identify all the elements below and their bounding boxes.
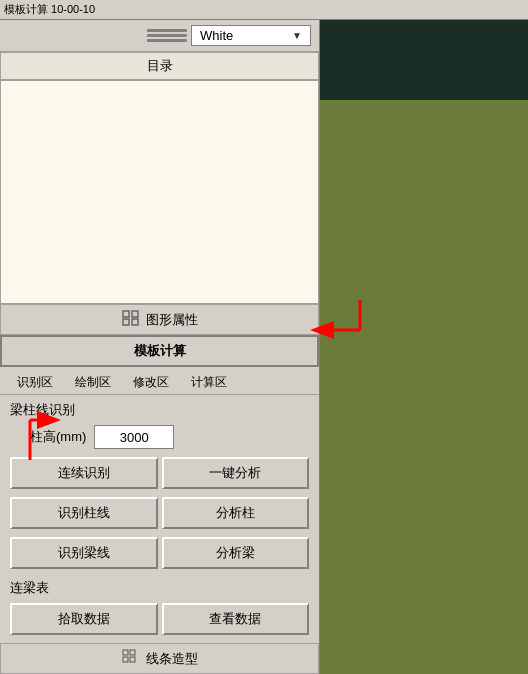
identify-beam-line-button[interactable]: 识别梁线 bbox=[10, 537, 158, 569]
svg-rect-6 bbox=[123, 657, 128, 662]
toolbar-line-3 bbox=[147, 39, 187, 42]
graphic-props-label: 图形属性 bbox=[146, 311, 198, 329]
col-height-input[interactable] bbox=[94, 425, 174, 449]
white-dropdown[interactable]: White ▼ bbox=[191, 25, 311, 46]
analyze-col-button[interactable]: 分析柱 bbox=[162, 497, 310, 529]
analyze-beam-button[interactable]: 分析梁 bbox=[162, 537, 310, 569]
right-dark-area bbox=[320, 20, 528, 100]
svg-rect-0 bbox=[123, 311, 129, 317]
toolbar-lines-icon bbox=[147, 29, 187, 42]
svg-rect-1 bbox=[132, 311, 138, 317]
right-panel bbox=[320, 20, 528, 674]
toolbar-line-2 bbox=[147, 34, 187, 37]
toolbar-row: White ▼ bbox=[0, 20, 319, 52]
tabs-row: 识别区 绘制区 修改区 计算区 bbox=[0, 367, 319, 395]
beam-table-section-label: 连梁表 bbox=[0, 573, 319, 599]
svg-rect-7 bbox=[130, 657, 135, 662]
view-data-button[interactable]: 查看数据 bbox=[162, 603, 310, 635]
grid-icon bbox=[122, 649, 138, 668]
buttons-row-3: 识别梁线 分析梁 bbox=[0, 533, 319, 573]
graphic-icon bbox=[122, 310, 140, 329]
tab-modify-area[interactable]: 修改区 bbox=[124, 371, 178, 394]
pick-data-button[interactable]: 拾取数据 bbox=[10, 603, 158, 635]
tab-calc-area[interactable]: 计算区 bbox=[182, 371, 236, 394]
col-height-label: 柱高(mm) bbox=[30, 428, 86, 446]
continuous-identify-button[interactable]: 连续识别 bbox=[10, 457, 158, 489]
right-olive-area bbox=[320, 100, 528, 674]
svg-rect-4 bbox=[123, 650, 128, 655]
catalog-content-area bbox=[0, 80, 319, 304]
buttons-row-2: 识别柱线 分析柱 bbox=[0, 493, 319, 533]
column-height-row: 柱高(mm) bbox=[0, 421, 319, 453]
tab-identify-area[interactable]: 识别区 bbox=[8, 371, 62, 394]
chevron-down-icon: ▼ bbox=[292, 30, 302, 41]
svg-rect-5 bbox=[130, 650, 135, 655]
beam-col-section-label: 梁柱线识别 bbox=[0, 395, 319, 421]
beam-table-buttons: 拾取数据 查看数据 bbox=[0, 599, 319, 639]
svg-rect-2 bbox=[123, 319, 129, 325]
title-text: 模板计算 10-00-10 bbox=[4, 2, 95, 17]
dropdown-value: White bbox=[200, 28, 233, 43]
buttons-row-1: 连续识别 一键分析 bbox=[0, 453, 319, 493]
tab-draw-area[interactable]: 绘制区 bbox=[66, 371, 120, 394]
module-header: 模板计算 bbox=[0, 335, 319, 367]
identify-col-line-button[interactable]: 识别柱线 bbox=[10, 497, 158, 529]
bottom-bar[interactable]: 线条造型 bbox=[0, 643, 319, 674]
bottom-label: 线条造型 bbox=[146, 650, 198, 668]
graphic-props-row[interactable]: 图形属性 bbox=[0, 304, 319, 335]
toolbar-line-1 bbox=[147, 29, 187, 32]
catalog-header: 目录 bbox=[0, 52, 319, 80]
title-bar: 模板计算 10-00-10 bbox=[0, 0, 528, 20]
module-header-text: 模板计算 bbox=[134, 343, 186, 358]
left-panel: White ▼ 目录 图形属性 bbox=[0, 20, 320, 674]
one-key-analyze-button[interactable]: 一键分析 bbox=[162, 457, 310, 489]
svg-rect-3 bbox=[132, 319, 138, 325]
